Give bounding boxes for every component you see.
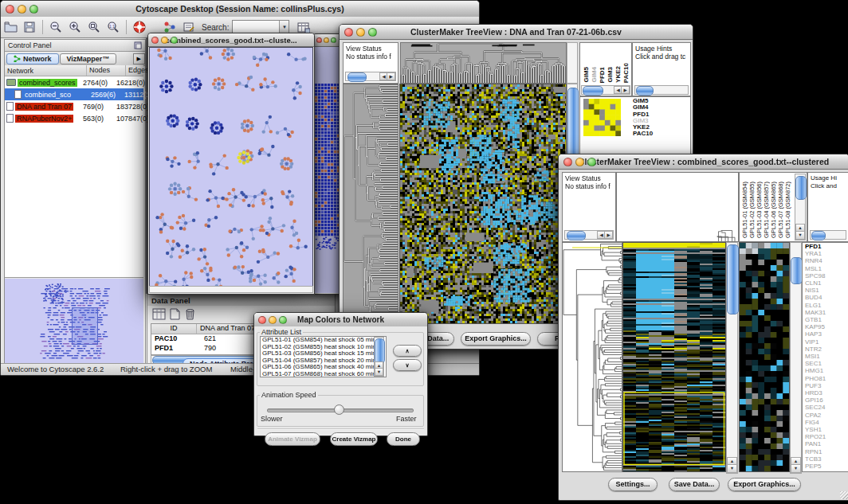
tv2-save-data-button[interactable]: Save Data...: [669, 478, 720, 491]
scroll-down-icon[interactable]: ▼: [791, 464, 801, 473]
close-icon[interactable]: [344, 28, 353, 37]
tab-vizmapper[interactable]: VizMapper™: [60, 53, 117, 64]
gene-label[interactable]: RNR4: [805, 257, 848, 264]
select-attributes-button[interactable]: [152, 308, 166, 323]
tv1-export-graphics-button[interactable]: Export Graphics...: [461, 332, 531, 346]
network-graph-canvas[interactable]: [149, 47, 313, 287]
gene-label[interactable]: HRD3: [805, 389, 848, 397]
gene-label[interactable]: FIG4: [805, 419, 848, 426]
minimize-icon[interactable]: [18, 5, 26, 14]
gene-label[interactable]: CLN1: [805, 279, 848, 287]
usage-hints-hscrollbar[interactable]: [810, 230, 846, 240]
move-up-button[interactable]: ∧: [393, 345, 422, 357]
gene-label[interactable]: RPO21: [805, 433, 848, 440]
gene-label[interactable]: PHO81: [805, 375, 848, 382]
close-icon[interactable]: [6, 5, 14, 14]
zoom-out-button[interactable]: [46, 18, 65, 36]
animate-vizmap-button[interactable]: Animate Vizmap: [265, 432, 320, 446]
zoom-fit-button[interactable]: 1:1: [104, 18, 123, 36]
column-label[interactable]: GPL51-02 (GSM855): [748, 182, 756, 238]
zoom-icon[interactable]: [29, 5, 38, 14]
network-list-header[interactable]: Network Nodes Edges: [5, 65, 143, 76]
zoom-icon[interactable]: [587, 158, 596, 166]
dialog-titlebar[interactable]: Map Colors to Network: [254, 313, 427, 327]
gene-label[interactable]: PFD1: [805, 243, 848, 250]
gene-label[interactable]: YSH1: [805, 426, 848, 433]
gene-label[interactable]: ELG1: [805, 302, 848, 309]
column-label[interactable]: GPL51-06 (GSM865): [770, 182, 777, 238]
scroll-right-icon[interactable]: ▶: [387, 72, 395, 80]
close-icon[interactable]: [316, 37, 322, 43]
treeview2-zoom-vscrollbar[interactable]: ▲ ▼: [790, 242, 802, 474]
column-label[interactable]: GIM4: [591, 67, 599, 83]
tv2-export-graphics-button[interactable]: Export Graphics...: [728, 478, 801, 491]
zoom-in-button[interactable]: [65, 18, 84, 36]
view-status-hscrollbar[interactable]: ◀ ▶: [564, 230, 614, 240]
network-list-row[interactable]: combined_sco 2569(6) 13112(15): [5, 88, 143, 100]
treeview2-row-dendrogram[interactable]: [562, 242, 622, 472]
gene-label[interactable]: MAK31: [805, 309, 848, 316]
attribute-list-vscrollbar[interactable]: ▲ ▼: [374, 337, 384, 377]
open-file-button[interactable]: [1, 18, 20, 36]
create-vizmap-button[interactable]: Create Vizmap: [330, 432, 378, 446]
gene-label[interactable]: YRA1: [805, 250, 848, 257]
minimize-icon[interactable]: [161, 37, 168, 44]
zoom-icon[interactable]: [331, 37, 336, 43]
treeview2-vscrollbar[interactable]: ▲ ▼: [726, 242, 738, 474]
move-down-button[interactable]: ∨: [393, 359, 422, 371]
gene-label[interactable]: RPN1: [805, 448, 848, 455]
gene-label[interactable]: BUD4: [805, 294, 848, 301]
treeview1-column-dendrogram[interactable]: [400, 42, 567, 84]
minimize-icon[interactable]: [356, 28, 365, 37]
scrollbar-thumb[interactable]: [375, 338, 385, 364]
network-list-row[interactable]: combined_scores 2764(0) 16218(0): [5, 76, 143, 88]
zoom-icon[interactable]: [171, 37, 178, 44]
minimize-icon[interactable]: [324, 37, 329, 43]
treeview1-row-dendrogram[interactable]: [343, 84, 398, 324]
zoom-icon[interactable]: [279, 316, 287, 324]
network-list-row[interactable]: DNA and Tran 07 769(0) 183728(0): [5, 100, 143, 112]
network-hscrollbar[interactable]: [149, 286, 313, 293]
gene-label[interactable]: PUF3: [805, 382, 848, 389]
usage-hints-hscrollbar[interactable]: [634, 85, 689, 95]
new-attribute-button[interactable]: [170, 308, 180, 323]
treeview1-top-scroll-track[interactable]: [567, 42, 578, 84]
network-overview-thumbnail[interactable]: [5, 279, 143, 363]
gene-label[interactable]: SPC98: [805, 272, 848, 279]
gene-label[interactable]: NIS1: [805, 287, 848, 294]
zoom-icon[interactable]: [368, 28, 377, 37]
network-list-row[interactable]: RNAPuberNov2+ 563(0) 107847(0): [5, 112, 143, 124]
gene-label[interactable]: MSL1: [805, 265, 848, 272]
minimize-icon[interactable]: [269, 316, 277, 324]
slider-thumb[interactable]: [334, 404, 344, 415]
resize-grip[interactable]: [840, 491, 848, 499]
scroll-right-icon[interactable]: ▶: [604, 231, 613, 239]
scroll-down-icon[interactable]: ▼: [375, 368, 383, 376]
float-panel-icon[interactable]: [134, 41, 142, 49]
treeview1-correlation-minimap[interactable]: [583, 99, 621, 136]
scrollbar-thumb[interactable]: [567, 88, 579, 159]
gene-label[interactable]: NTR2: [805, 346, 848, 353]
treeview1-titlebar[interactable]: ClusterMaker TreeView : DNA and Tran 07-…: [340, 25, 693, 40]
delete-attribute-button[interactable]: [185, 307, 195, 323]
gene-label[interactable]: PAC10: [633, 131, 653, 137]
column-labels-vscrollbar[interactable]: ▲ ▼: [795, 174, 806, 240]
treeview2-heatmap[interactable]: [622, 242, 726, 472]
gene-label[interactable]: KAP95: [805, 323, 848, 330]
gene-label[interactable]: HAP3: [805, 330, 848, 338]
gene-label[interactable]: MSI1: [805, 353, 848, 360]
scrollbar-thumb[interactable]: [791, 257, 803, 284]
done-button[interactable]: Done: [387, 432, 420, 446]
tv2-settings-button[interactable]: Settings...: [608, 478, 658, 491]
gene-label[interactable]: GTB1: [805, 316, 848, 323]
column-label[interactable]: GPL51-08 (GSM872): [784, 182, 791, 238]
column-label[interactable]: PAC10: [622, 63, 630, 83]
gene-label[interactable]: SEC1: [805, 360, 848, 367]
minimize-icon[interactable]: [575, 158, 584, 166]
tab-overflow-button[interactable]: ▶: [133, 53, 145, 64]
close-icon[interactable]: [151, 37, 159, 44]
column-label[interactable]: PFD1: [599, 67, 607, 83]
main-titlebar[interactable]: Cytoscape Desktop (Session Name: collins…: [1, 1, 479, 18]
treeview2-titlebar[interactable]: ClusterMaker TreeView : combined_scores_…: [559, 154, 848, 170]
attribute-list-item[interactable]: GPL51-07 (GSM868) heat shock 60 min: [262, 371, 386, 377]
